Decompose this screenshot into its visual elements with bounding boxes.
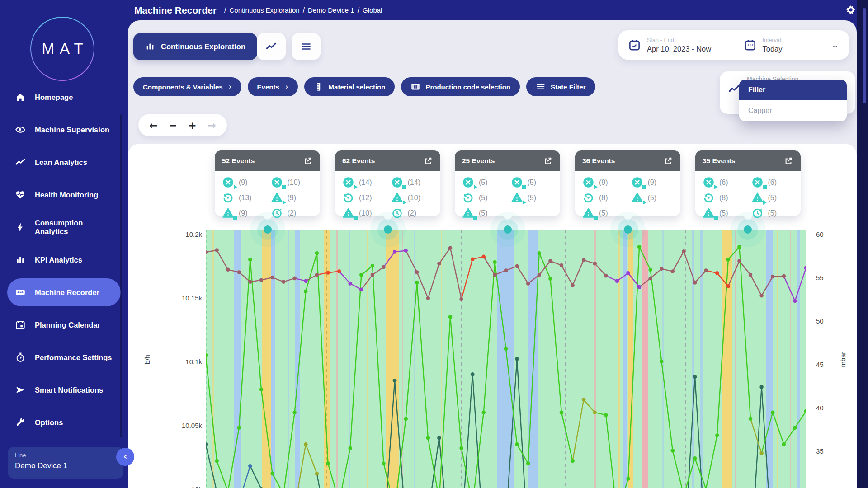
event-type-count: (6) bbox=[751, 176, 794, 188]
continuous-exploration-tab[interactable]: Continuous Exploration bbox=[133, 33, 257, 60]
event-type-count: (5) bbox=[631, 192, 674, 204]
open-events-button[interactable] bbox=[543, 156, 553, 166]
sidebar-item-performance-settings[interactable]: Performance Settings bbox=[0, 341, 128, 374]
zoom-out-button[interactable]: − bbox=[169, 120, 177, 131]
cancel-event-icon bbox=[582, 176, 594, 188]
event-count: (5) bbox=[479, 209, 488, 217]
event-card-header: 52 Events bbox=[215, 150, 320, 171]
filter-chip-state-filter[interactable]: State Filter bbox=[526, 77, 595, 96]
sidebar-item-machine-supervision[interactable]: Machine Supervision bbox=[0, 113, 128, 146]
sidebar: MAT Homepage Machine Supervision Lean An… bbox=[0, 0, 128, 488]
event-group-marker[interactable] bbox=[384, 225, 392, 234]
open-events-button[interactable] bbox=[783, 156, 793, 166]
data-point bbox=[304, 290, 308, 294]
data-point bbox=[515, 357, 519, 361]
page-scrollbar-thumb[interactable] bbox=[863, 8, 866, 103]
event-card-tail bbox=[623, 216, 633, 222]
sidebar-item-label: Smart Notifications bbox=[35, 386, 103, 394]
sidebar-item-health-monitoring[interactable]: Health Monitoring bbox=[0, 178, 128, 211]
breadcrumb-global[interactable]: Global bbox=[363, 6, 382, 14]
sidebar-item-homepage[interactable]: Homepage bbox=[0, 81, 128, 113]
filter-chip-material-selection[interactable]: Material selection bbox=[304, 77, 395, 96]
dropdown-option-capper[interactable]: Capper bbox=[739, 100, 847, 121]
event-type-count: (9) bbox=[271, 192, 313, 204]
breadcrumb-continuous-exploration[interactable]: Continuous Exploration bbox=[230, 6, 300, 14]
sidebar-item-planning-calendar[interactable]: Planning Calendar bbox=[0, 309, 128, 341]
state-band-blue bbox=[271, 230, 275, 488]
wrench-icon bbox=[15, 417, 26, 428]
bar-chart-icon bbox=[145, 42, 155, 52]
state-band-blue bbox=[797, 230, 800, 488]
history-event-icon bbox=[271, 207, 283, 219]
filter-chip-events[interactable]: Events› bbox=[248, 77, 298, 96]
event-type-count: (8) bbox=[703, 192, 745, 204]
data-point bbox=[215, 248, 219, 252]
event-count: (5) bbox=[599, 209, 608, 217]
data-point bbox=[782, 442, 786, 446]
data-point bbox=[326, 461, 330, 465]
zoom-in-button[interactable]: + bbox=[188, 120, 196, 131]
event-type-count: (9) bbox=[222, 176, 264, 188]
event-group-marker[interactable] bbox=[264, 225, 272, 234]
sidebar-item-machine-recorder[interactable]: Machine Recorder bbox=[7, 278, 121, 306]
device-tooltip-label: Line bbox=[15, 452, 116, 459]
sidebar-item-smart-notifications[interactable]: Smart Notifications bbox=[0, 374, 128, 406]
list-icon bbox=[536, 82, 546, 92]
restore-event-icon bbox=[582, 192, 594, 204]
pan-forward-button[interactable]: → bbox=[208, 120, 216, 131]
data-point bbox=[771, 275, 775, 279]
ruler-icon bbox=[314, 82, 324, 92]
state-band-pink bbox=[790, 230, 791, 488]
menu-view-button[interactable] bbox=[292, 33, 321, 60]
sidebar-item-consumption-analytics[interactable]: Consumption Analytics bbox=[0, 211, 128, 244]
event-type-count: (5) bbox=[582, 207, 625, 219]
restore-event-icon bbox=[342, 192, 354, 204]
filter-chip-label: State Filter bbox=[551, 83, 586, 91]
data-point bbox=[226, 267, 230, 272]
square-badge-icon bbox=[354, 216, 358, 220]
data-point bbox=[582, 398, 586, 402]
open-events-button[interactable] bbox=[423, 156, 433, 166]
event-count: (5) bbox=[648, 194, 657, 202]
pan-back-button[interactable]: ← bbox=[149, 120, 157, 131]
line-chart-view-button[interactable] bbox=[257, 33, 286, 60]
sidebar-item-options[interactable]: Options bbox=[0, 406, 128, 439]
date-range-picker[interactable]: Start - End Apr 10, 2023 - Now bbox=[618, 30, 734, 60]
event-card-body: (9)(10)(13)(9)(9)(2) bbox=[215, 171, 320, 219]
logo-text: MAT bbox=[36, 40, 88, 57]
sidebar-item-kpi-analytics[interactable]: KPI Analytics bbox=[0, 244, 128, 276]
triangle-badge-icon bbox=[474, 185, 477, 189]
data-point bbox=[459, 446, 463, 450]
open-events-button[interactable] bbox=[303, 156, 313, 166]
data-point bbox=[704, 268, 708, 272]
state-band-yellow bbox=[367, 230, 368, 488]
event-card-title: 25 Events bbox=[462, 157, 495, 165]
history-event-icon bbox=[391, 207, 403, 219]
sidebar-item-lean-analytics[interactable]: Lean Analytics bbox=[0, 146, 128, 178]
open-events-button[interactable] bbox=[663, 156, 673, 166]
data-point bbox=[315, 472, 319, 476]
event-count: (2) bbox=[408, 209, 417, 217]
event-group-marker[interactable] bbox=[624, 225, 632, 234]
alert-event-icon bbox=[631, 192, 643, 204]
data-point bbox=[793, 426, 797, 430]
sidebar-collapse-button[interactable]: ‹ bbox=[116, 448, 134, 466]
sidebar-scrollbar[interactable] bbox=[120, 114, 122, 437]
data-point bbox=[648, 277, 652, 281]
square-badge-icon bbox=[282, 185, 286, 189]
data-point bbox=[526, 461, 530, 465]
square-badge-icon bbox=[642, 185, 646, 189]
filter-chip-components-variables[interactable]: Components & Variables› bbox=[133, 77, 241, 96]
breadcrumb-demo-device[interactable]: Demo Device 1 bbox=[308, 6, 354, 14]
dropdown-option-filler[interactable]: Filler bbox=[739, 80, 847, 100]
interval-picker[interactable]: Interval Today ⌄ bbox=[734, 30, 849, 60]
data-point bbox=[715, 433, 719, 437]
data-point bbox=[626, 271, 630, 275]
square-badge-icon bbox=[402, 185, 406, 189]
right-axis-tick: 40 bbox=[816, 404, 824, 412]
data-point bbox=[615, 279, 619, 283]
filter-chip-production-code-selection[interactable]: Production code selection bbox=[401, 77, 520, 96]
data-point bbox=[259, 278, 264, 282]
state-band-yellow bbox=[777, 230, 778, 488]
event-type-count: (5) bbox=[462, 207, 505, 219]
